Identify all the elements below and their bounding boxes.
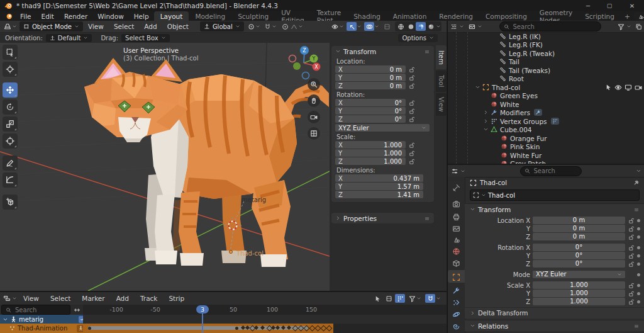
mode-selector[interactable]: Object Mode [19, 21, 83, 31]
transform-panel-header[interactable]: Transform [331, 46, 434, 57]
editor-type-3d-icon[interactable] [4, 23, 11, 30]
tool-cursor[interactable] [3, 62, 18, 77]
nla-menu-view[interactable]: View [18, 292, 44, 305]
outliner-item-bone[interactable]: Leg.R (Tweak) [448, 49, 644, 57]
disable-render-icon[interactable] [635, 84, 642, 91]
prop-location-x[interactable]: 0 m [533, 217, 625, 224]
filter-icon[interactable] [618, 23, 625, 30]
nla-menu-track[interactable]: Track [135, 292, 162, 305]
workspace-tab-scripting[interactable]: Scripting [579, 11, 621, 21]
channel-search[interactable] [1, 305, 70, 315]
tab-view-layer-properties[interactable] [450, 223, 463, 234]
workspace-tab-modeling[interactable]: Modeling [189, 11, 231, 21]
vertex-group-badge[interactable] [551, 118, 559, 125]
prop-scale-y[interactable]: 1.000 [533, 290, 625, 297]
tab-constraint-properties[interactable] [450, 320, 463, 332]
blender-menu-icon[interactable] [5, 13, 13, 20]
viewport-menu-select[interactable]: Select [109, 21, 139, 32]
lock-icon[interactable] [628, 298, 635, 305]
tool-add-primitive[interactable] [3, 195, 18, 210]
breadcrumb-object-name[interactable]: Thad-col [480, 179, 507, 186]
tool-select-box[interactable] [3, 45, 18, 60]
menu-help[interactable]: Help [129, 11, 154, 21]
current-frame-badge[interactable]: 3 [196, 305, 209, 313]
properties-search-input[interactable] [533, 167, 577, 175]
tool-move[interactable] [3, 82, 18, 98]
tab-output-properties[interactable] [450, 211, 463, 222]
lock-icon[interactable] [408, 116, 415, 123]
animate-dot[interactable] [637, 262, 640, 266]
nla-auto-snap-button[interactable] [395, 294, 405, 303]
gizmos-toggle[interactable] [347, 22, 357, 31]
tab-modifier-properties[interactable] [450, 285, 463, 296]
workspace-tab-uv-editing[interactable]: UV Editing [275, 11, 311, 21]
animate-dot[interactable] [637, 254, 640, 257]
proportional-falloff-dropdown[interactable] [291, 23, 303, 30]
lock-icon[interactable] [408, 158, 415, 165]
tool-rotate[interactable] [3, 99, 18, 115]
display-mode-icon[interactable] [469, 23, 475, 30]
nla-menu-select[interactable]: Select [45, 292, 75, 305]
orthographic-toggle-button[interactable] [308, 127, 320, 140]
chevron-down-icon[interactable] [3, 317, 8, 322]
workspace-tab-compositing[interactable]: Compositing [479, 11, 533, 21]
selectable-icon[interactable] [605, 84, 612, 91]
outliner-search-input[interactable] [512, 23, 597, 31]
outliner-item-material[interactable]: Orange Fur [448, 134, 644, 142]
tab-render-properties[interactable] [450, 198, 463, 210]
camera-view-button[interactable] [308, 111, 320, 123]
lock-icon[interactable] [628, 217, 635, 224]
xray-toggle[interactable] [382, 22, 392, 31]
outliner-item-bone[interactable]: Tail [448, 57, 644, 65]
tab-item[interactable]: Item [436, 45, 447, 69]
tab-physics-properties[interactable] [450, 308, 463, 320]
close-button[interactable]: ✕ [620, 0, 644, 11]
tab-object-properties[interactable] [450, 271, 463, 283]
outliner-item-material[interactable]: Pink Skin [448, 142, 644, 150]
hide-viewport-icon[interactable] [614, 84, 622, 91]
outliner-item-material[interactable]: Green Eyes [448, 91, 644, 99]
outliner-item-bone[interactable]: Leg.R (FK) [448, 40, 644, 48]
animate-dot[interactable] [637, 273, 640, 276]
tab-tool-properties[interactable] [450, 182, 463, 193]
outliner-item-mesh-data[interactable]: Cube.004 [448, 125, 644, 133]
workspace-tab-geometry-nodes[interactable]: Geometry Nodes [533, 11, 579, 21]
viewport-3d[interactable]: User Perspective (3) Collection | Thad-c… [0, 43, 447, 291]
rotation-y-field[interactable]: Y0° [335, 107, 406, 115]
transform-orientation-dropdown[interactable]: Global [200, 21, 244, 31]
drag-mode-dropdown[interactable]: Select Box [121, 34, 170, 42]
chevron-right-icon[interactable] [483, 110, 489, 115]
shading-solid-button[interactable] [406, 22, 416, 31]
workspace-tab-shading[interactable]: Shading [347, 11, 387, 21]
workspace-tab-layout[interactable]: Layout [154, 11, 189, 21]
workspace-tab-sculpting[interactable]: Sculpting [231, 11, 275, 21]
tool-orientation-dropdown[interactable]: Default [46, 34, 92, 42]
lock-icon[interactable] [628, 252, 635, 259]
location-x-field[interactable]: X0 m [335, 65, 406, 73]
prop-location-z[interactable]: 0 m [533, 233, 625, 240]
animate-dot[interactable] [637, 246, 640, 249]
rotation-x-field[interactable]: X0° [335, 99, 406, 106]
workspace-tab-animation[interactable]: Animation [387, 11, 433, 21]
animate-dot[interactable] [637, 219, 640, 222]
lock-icon[interactable] [408, 99, 415, 106]
add-workspace-button[interactable]: + [621, 11, 634, 21]
menu-render[interactable]: Render [59, 11, 92, 21]
shading-wireframe-button[interactable] [396, 22, 406, 31]
location-y-field[interactable]: Y0 m [335, 74, 406, 81]
shading-material-preview-button[interactable] [416, 22, 426, 31]
overlays-toggle[interactable] [364, 22, 374, 31]
tab-world-properties[interactable] [450, 246, 463, 257]
lock-icon[interactable] [628, 244, 635, 251]
outliner-item-modifiers[interactable]: Modifiers [448, 108, 644, 116]
animate-dot[interactable] [637, 235, 640, 239]
chevron-down-icon[interactable] [483, 127, 489, 132]
prop-scale-x[interactable]: 1.000 [533, 281, 625, 289]
new-collection-icon[interactable] [635, 23, 642, 30]
proportional-editing-toggle[interactable] [280, 22, 291, 31]
tool-transform[interactable] [3, 133, 18, 149]
nla-menu-marker[interactable]: Marker [77, 292, 109, 305]
navigation-gizmo[interactable]: Z Y X [284, 45, 325, 83]
lock-icon[interactable] [408, 108, 415, 115]
transform-panel-header[interactable]: Transform [465, 204, 644, 215]
